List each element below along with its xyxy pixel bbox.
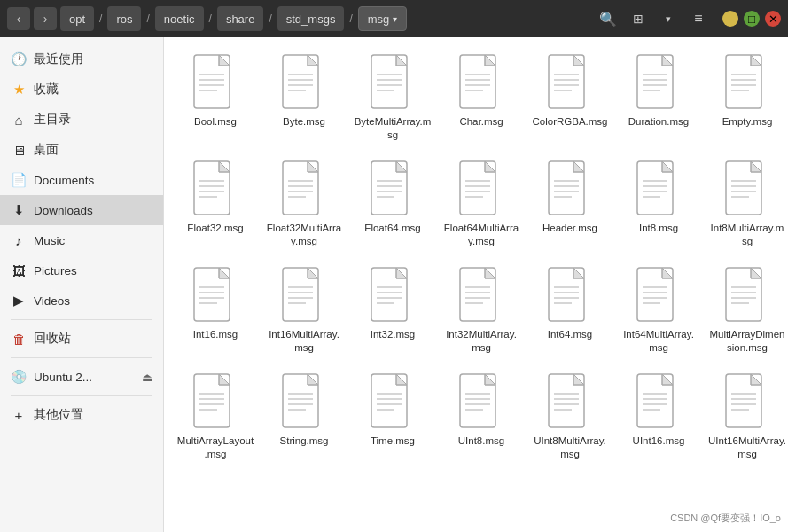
file-item[interactable]: UInt16.msg [616,365,701,468]
file-name: String.msg [280,434,329,448]
file-name: Bool.msg [194,115,237,129]
maximize-button[interactable]: □ [744,11,760,27]
file-icon [458,372,504,429]
breadcrumb-sep-5: / [347,12,354,25]
file-item[interactable]: Float64.msg [350,153,435,255]
breadcrumb-share[interactable]: share [217,6,264,31]
file-item[interactable]: Bool.msg [173,46,258,149]
search-button[interactable]: 🔍 [595,6,621,31]
other-icon: + [11,408,27,423]
file-name: UInt8MultiArray.msg [531,434,609,461]
file-icon [636,53,682,110]
file-item[interactable]: Byte.msg [261,46,347,149]
breadcrumb-msg[interactable]: msg ▾ [358,6,408,31]
file-item[interactable]: Int8MultiArray.msg [705,153,788,255]
file-name: Int8.msg [639,222,678,235]
file-name: Int8MultiArray.msg [708,222,786,248]
file-name: Float64MultiArray.msg [442,222,520,248]
sidebar-label-trash: 回收站 [34,331,71,347]
file-icon [281,372,327,429]
file-name: Int32MultiArray.msg [442,328,520,355]
recent-icon: 🕐 [11,51,27,67]
file-icon [370,266,416,323]
breadcrumb-msg-label: msg [368,12,390,26]
breadcrumb-ros[interactable]: ros [107,6,141,31]
file-icon [192,266,238,323]
sidebar-item-home[interactable]: ⌂ 主目录 [0,105,163,135]
sidebar-item-documents[interactable]: 📄 Documents [0,165,163,195]
sidebar-item-music[interactable]: ♪ Music [0,225,163,255]
breadcrumb-std-msgs[interactable]: std_msgs [277,6,345,31]
file-icon [636,160,682,216]
pictures-icon: 🖼 [11,263,27,278]
sidebar-label-documents: Documents [34,174,94,187]
file-name: Int16MultiArray.msg [265,328,343,355]
forward-button[interactable]: › [34,7,57,30]
breadcrumb-opt[interactable]: opt [60,6,94,31]
sidebar-item-other[interactable]: + 其他位置 [0,400,163,430]
sidebar-item-desktop[interactable]: 🖥 桌面 [0,135,163,165]
file-area: Bool.msg Byte.msg ByteMultiArray.msg Cha… [164,37,788,532]
breadcrumb-sep-1: / [98,12,104,25]
file-item[interactable]: Float32MultiArray.msg [261,153,347,255]
file-name: Float32.msg [187,222,243,235]
file-item[interactable]: Time.msg [350,365,435,468]
sidebar-item-ubuntu[interactable]: 💿 Ubuntu 2... ⏏ [0,362,163,392]
file-item[interactable]: Float64MultiArray.msg [439,153,524,255]
file-icon [547,53,593,110]
file-name: Float32MultiArray.msg [265,222,343,248]
file-item[interactable]: ByteMultiArray.msg [350,46,435,149]
file-name: ByteMultiArray.msg [354,115,432,142]
file-item[interactable]: String.msg [261,365,347,468]
file-name: UInt16.msg [633,434,685,448]
sidebar-item-downloads[interactable]: ⬇ Downloads [0,195,163,225]
sidebar-item-recent[interactable]: 🕐 最近使用 [0,44,163,74]
file-item[interactable]: Int32.msg [350,259,435,362]
file-item[interactable]: UInt8.msg [439,365,524,468]
file-item[interactable]: Int64MultiArray.msg [616,259,701,362]
file-item[interactable]: MultiArrayLayout.msg [173,365,258,468]
file-icon [281,53,327,110]
file-item[interactable]: Int64.msg [527,259,612,362]
sidebar-label-favorites: 收藏 [34,82,59,98]
sidebar-item-pictures[interactable]: 🖼 Pictures [0,255,163,286]
file-item[interactable]: Int16MultiArray.msg [261,259,347,362]
trash-icon: 🗑 [11,332,27,347]
file-item[interactable]: Header.msg [527,153,612,255]
file-item[interactable]: Duration.msg [616,46,701,149]
sidebar-item-trash[interactable]: 🗑 回收站 [0,324,163,354]
breadcrumb-sep-4: / [267,12,273,25]
menu-button[interactable]: ≡ [685,6,712,31]
file-item[interactable]: Int16.msg [173,259,258,362]
sidebar-label-pictures: Pictures [34,264,77,278]
file-item[interactable]: MultiArrayDimension.msg [705,259,788,362]
window-controls: – □ ✕ [722,11,781,27]
file-item[interactable]: Int8.msg [616,153,701,255]
file-icon [192,53,238,110]
file-name: Float64.msg [364,222,420,235]
eject-icon[interactable]: ⏏ [142,371,152,384]
file-name: Byte.msg [283,115,325,129]
file-item[interactable]: UInt8MultiArray.msg [527,365,612,468]
file-icon [281,160,327,216]
file-item[interactable]: Char.msg [439,46,524,149]
desktop-icon: 🖥 [11,143,27,158]
file-item[interactable]: UInt16MultiArray.msg [705,365,788,468]
file-item[interactable]: Empty.msg [705,46,788,149]
file-name: Int32.msg [371,328,416,341]
back-button[interactable]: ‹ [7,7,30,30]
sidebar-label-home: 主目录 [34,112,71,128]
view-dropdown-button[interactable]: ▾ [655,6,682,31]
videos-icon: ▶ [11,293,27,309]
music-icon: ♪ [11,233,27,248]
breadcrumb-noetic[interactable]: noetic [155,6,204,31]
minimize-button[interactable]: – [722,11,738,27]
file-item[interactable]: Int32MultiArray.msg [439,259,524,362]
view-list-button[interactable]: ⊞ [625,6,651,31]
sidebar-label-desktop: 桌面 [34,142,59,158]
sidebar-item-favorites[interactable]: ★ 收藏 [0,74,163,105]
file-item[interactable]: ColorRGBA.msg [527,46,612,149]
sidebar-item-videos[interactable]: ▶ Videos [0,286,163,316]
file-item[interactable]: Float32.msg [173,153,258,255]
close-button[interactable]: ✕ [765,11,781,27]
